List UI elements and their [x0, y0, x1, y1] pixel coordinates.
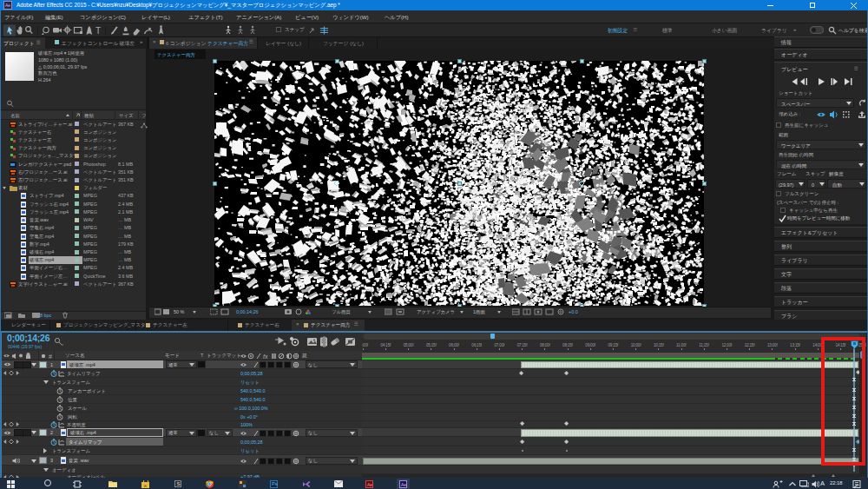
svg-text:#: # — [49, 354, 52, 360]
svg-text:fx: fx — [263, 354, 268, 360]
svg-text:T: T — [95, 26, 101, 36]
